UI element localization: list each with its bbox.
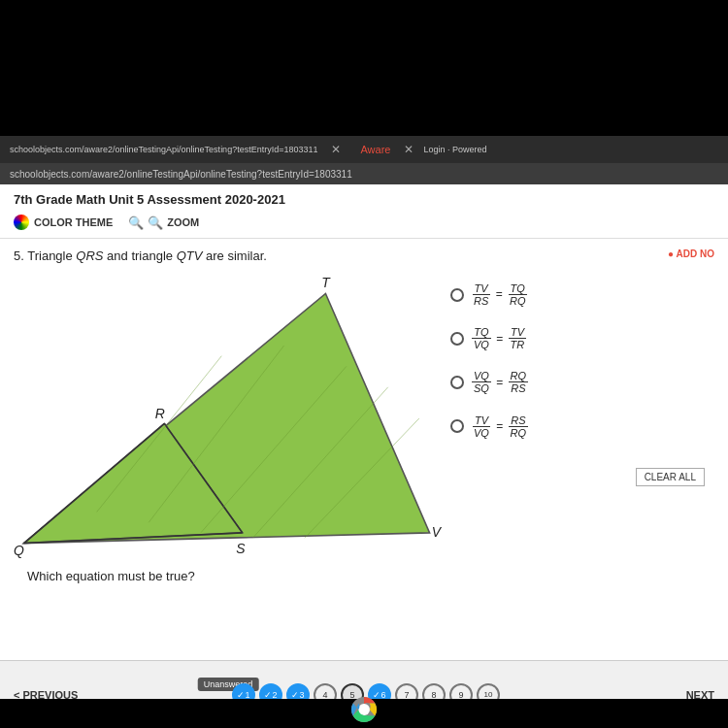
close-icon-2[interactable]: ✕ (404, 143, 414, 156)
equation-d: TV VQ = RS RQ (472, 414, 528, 439)
radio-b[interactable] (450, 332, 464, 346)
add-note-button[interactable]: ● ADD NO (668, 248, 714, 259)
nav-num-1: 1 (245, 690, 249, 700)
browser-chrome: schoolobjects.com/aware2/onlineTestingAp… (0, 136, 728, 163)
radio-c[interactable] (450, 376, 464, 389)
color-theme-button[interactable]: COLOR THEME (14, 215, 113, 230)
question-text: 5. Triangle QRS and triangle QTV are sim… (14, 248, 714, 263)
zoom-button[interactable]: 🔍 🔍 ZOOM (128, 215, 199, 230)
svg-text:R: R (155, 406, 165, 421)
main-content: 7th Grade Math Unit 5 Assessment 2020-20… (0, 184, 728, 728)
login-label: Login · Powered (423, 145, 486, 154)
page-title: 7th Grade Math Unit 5 Assessment 2020-20… (14, 192, 714, 207)
radio-a[interactable] (450, 288, 464, 302)
question-area: ● ADD NO 5. Triangle QRS and triangle QT… (0, 239, 728, 593)
sub-question-text: Which equation must be true? (14, 569, 714, 583)
url-bar[interactable]: schoolobjects.com/aware2/onlineTestingAp… (0, 163, 728, 184)
nav-num-2: 2 (272, 690, 277, 700)
svg-text:S: S (236, 541, 246, 556)
zoom-label: ZOOM (167, 216, 199, 228)
radio-d[interactable] (450, 419, 464, 433)
nav-num-9: 9 (458, 690, 463, 700)
diagram-area: T R Q S V TV RS (14, 273, 714, 564)
color-theme-icon (14, 215, 29, 230)
equation-c: VQ SQ = RQ RS (472, 370, 528, 394)
aware-tab: Aware (360, 144, 390, 155)
browser-tab-text: schoolobjects.com/aware2/onlineTestingAp… (10, 145, 317, 154)
svg-point-17 (360, 706, 369, 714)
nav-num-6: 6 (381, 690, 385, 700)
bottom-black-bar (0, 699, 728, 728)
option-c[interactable]: VQ SQ = RQ RS (450, 370, 705, 394)
zoom-in-icon: 🔍 (148, 215, 163, 230)
option-d[interactable]: TV VQ = RS RQ (450, 414, 705, 439)
nav-num-4: 4 (322, 690, 327, 700)
option-a[interactable]: TV RS = TQ RQ (450, 282, 705, 307)
nav-num-7: 7 (404, 690, 409, 700)
options-area: TV RS = TQ RQ (450, 273, 714, 496)
equation-a: TV RS = TQ RQ (472, 282, 527, 307)
svg-text:Q: Q (14, 543, 24, 558)
nav-num-3: 3 (299, 690, 304, 700)
equation-b: TQ VQ = TV TR (472, 326, 526, 350)
toolbar: COLOR THEME 🔍 🔍 ZOOM (14, 211, 714, 234)
svg-text:T: T (321, 275, 331, 290)
close-icon[interactable]: ✕ (331, 143, 341, 156)
top-black-bar (0, 0, 728, 136)
zoom-out-icon: 🔍 (128, 215, 144, 230)
screen: schoolobjects.com/aware2/onlineTestingAp… (0, 0, 728, 728)
svg-text:V: V (432, 524, 443, 540)
triangle-diagram: T R Q S V (14, 273, 450, 564)
url-text: schoolobjects.com/aware2/onlineTestingAp… (10, 169, 352, 180)
option-b[interactable]: TQ VQ = TV TR (450, 326, 705, 350)
clear-all-button[interactable]: CLEAR ALL (636, 468, 705, 486)
chrome-icon (350, 696, 378, 723)
triangle-svg: T R Q S V (14, 273, 450, 564)
color-theme-label: COLOR THEME (34, 216, 113, 228)
content-header: 7th Grade Math Unit 5 Assessment 2020-20… (0, 184, 728, 239)
nav-num-10: 10 (484, 690, 493, 699)
question-number: 5. (14, 248, 24, 263)
nav-num-8: 8 (431, 690, 436, 700)
